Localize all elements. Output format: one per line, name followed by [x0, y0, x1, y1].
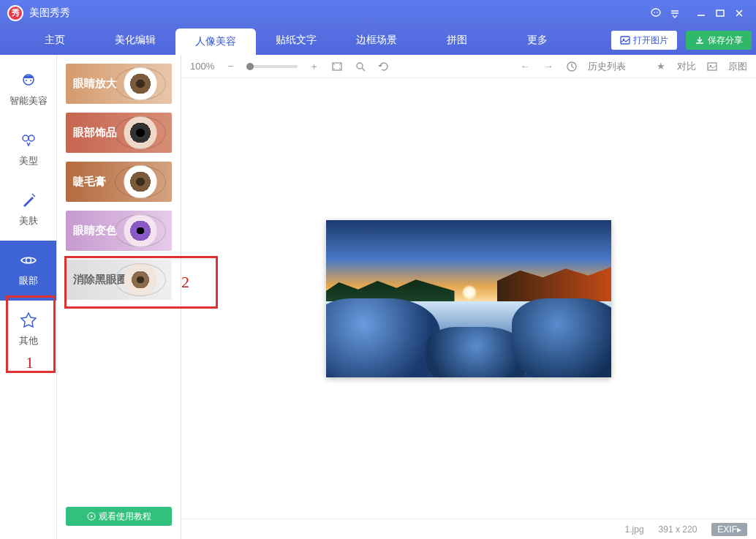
tool-label: 眼睛放大 — [73, 77, 117, 91]
svg-point-1 — [654, 12, 655, 13]
app-logo-icon: 秀 — [7, 5, 23, 21]
tool-eye-ornament[interactable]: 眼部饰品 — [66, 113, 172, 153]
zoom-value: 100% — [190, 61, 214, 72]
eye-icon — [19, 251, 38, 270]
tool-label: 眼部饰品 — [73, 126, 117, 140]
original-label[interactable]: 原图 — [728, 60, 747, 73]
menu-dropdown-icon[interactable] — [665, 4, 684, 23]
app-window: 秀 美图秀秀 主页 美化编辑 人像美容 贴纸文字 边框场景 拼图 更多 打开图片 — [0, 0, 756, 539]
refresh-button[interactable] — [377, 59, 391, 74]
tab-frame[interactable]: 边框场景 — [336, 26, 417, 55]
play-icon — [87, 512, 96, 521]
svg-point-7 — [26, 80, 27, 81]
app-name: 美图秀秀 — [29, 7, 70, 20]
displayed-image — [326, 220, 611, 377]
magnifier-button[interactable] — [353, 59, 368, 74]
save-share-label: 保存分享 — [708, 34, 743, 47]
fit-button[interactable] — [330, 59, 344, 74]
zoom-slider[interactable] — [246, 65, 298, 68]
sidebar-item-shape[interactable]: 美型 — [0, 121, 56, 181]
maximize-button[interactable] — [711, 4, 730, 23]
original-icon[interactable] — [705, 59, 719, 74]
open-image-button[interactable]: 打开图片 — [611, 31, 677, 50]
svg-rect-3 — [717, 10, 724, 16]
tab-beautify[interactable]: 美化编辑 — [95, 26, 175, 55]
image-canvas[interactable] — [181, 78, 756, 519]
tutorial-button[interactable]: 观看使用教程 — [66, 507, 172, 526]
smart-beauty-icon — [19, 71, 38, 90]
canvas-toolbar: 100% − ＋ ← → 历史列表 ★ 对比 原图 — [181, 55, 756, 78]
save-share-button[interactable]: 保存分享 — [686, 31, 752, 50]
chat-icon[interactable] — [646, 4, 665, 23]
sidebar-item-skin[interactable]: 美肤 — [0, 181, 56, 241]
tool-eye-enlarge[interactable]: 眼睛放大 — [66, 64, 172, 104]
sidebar-item-other[interactable]: 其他 — [0, 301, 56, 361]
history-icon[interactable] — [564, 59, 579, 74]
sidebar-label: 其他 — [19, 334, 38, 347]
svg-point-11 — [26, 258, 31, 263]
svg-point-10 — [29, 135, 34, 141]
tool-label: 眼睛变色 — [73, 224, 117, 238]
category-sidebar: 智能美容 美型 美肤 眼部 — [0, 55, 57, 539]
status-dimensions: 391 x 220 — [659, 524, 698, 535]
history-label[interactable]: 历史列表 — [588, 60, 626, 73]
svg-point-14 — [357, 63, 363, 69]
redo-button[interactable]: → — [541, 59, 556, 74]
compare-icon[interactable]: ★ — [654, 59, 668, 74]
sidebar-label: 美肤 — [19, 214, 38, 227]
open-image-label: 打开图片 — [633, 34, 668, 47]
tool-eye-color[interactable]: 眼睛变色 — [66, 211, 172, 251]
svg-point-0 — [651, 9, 660, 16]
zoom-out-button[interactable]: − — [223, 59, 238, 74]
tool-label: 睫毛膏 — [73, 175, 106, 189]
close-button[interactable] — [730, 4, 749, 23]
svg-point-8 — [30, 80, 31, 81]
sidebar-label: 智能美容 — [10, 94, 48, 108]
svg-point-2 — [657, 12, 658, 13]
status-filename: 1.jpg — [625, 524, 644, 535]
skin-icon — [19, 191, 38, 210]
zoom-in-button[interactable]: ＋ — [306, 59, 321, 74]
tab-home[interactable]: 主页 — [15, 26, 95, 55]
compare-label[interactable]: 对比 — [677, 60, 696, 73]
star-icon — [19, 311, 38, 330]
main-tabbar: 主页 美化编辑 人像美容 贴纸文字 边框场景 拼图 更多 打开图片 保存分享 — [0, 26, 756, 55]
titlebar: 秀 美图秀秀 — [0, 0, 756, 26]
tab-collage[interactable]: 拼图 — [417, 26, 497, 55]
app-body: 智能美容 美型 美肤 眼部 — [0, 55, 756, 539]
tutorial-label: 观看使用教程 — [99, 510, 151, 523]
sidebar-label: 美型 — [19, 154, 38, 167]
minimize-button[interactable] — [692, 4, 711, 23]
tool-remove-dark-circle[interactable]: 消除黑眼圈 — [66, 260, 172, 300]
sidebar-label: 眼部 — [19, 274, 38, 287]
canvas-area: 100% − ＋ ← → 历史列表 ★ 对比 原图 — [181, 55, 756, 539]
tab-sticker[interactable]: 贴纸文字 — [256, 26, 336, 55]
svg-point-9 — [23, 135, 29, 141]
status-bar: 1.jpg 391 x 220 EXIF▸ — [181, 519, 756, 539]
tab-more[interactable]: 更多 — [497, 26, 578, 55]
shape-icon — [19, 131, 38, 150]
tool-mascara[interactable]: 睫毛膏 — [66, 162, 172, 202]
tab-portrait[interactable]: 人像美容 — [175, 29, 256, 55]
sidebar-item-smart-beauty[interactable]: 智能美容 — [0, 61, 56, 121]
sub-tool-panel: 眼睛放大 眼部饰品 睫毛膏 眼睛变色 消除黑眼圈 观看使用教程 — [57, 55, 181, 539]
undo-button[interactable]: ← — [518, 59, 532, 74]
sidebar-item-eyes[interactable]: 眼部 — [0, 241, 56, 301]
exif-button[interactable]: EXIF▸ — [711, 523, 747, 536]
